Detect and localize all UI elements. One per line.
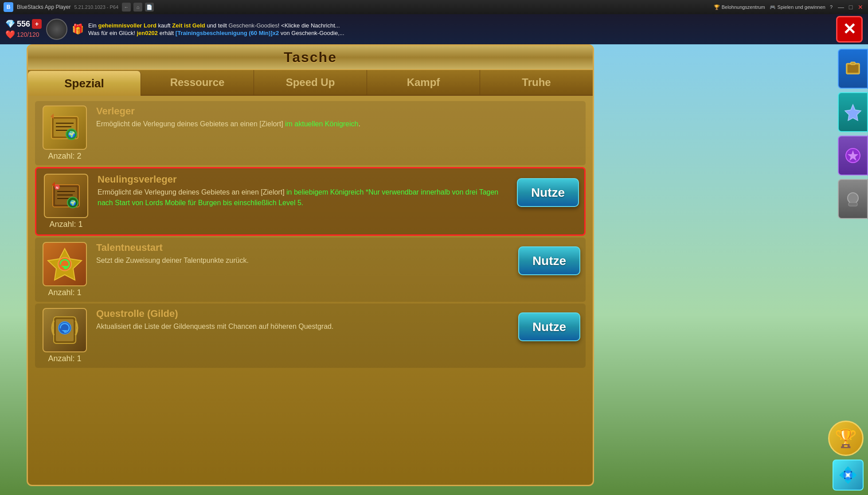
nutze-button-neuling[interactable]: Nutze [517, 178, 579, 207]
minimize-button[interactable]: — [837, 3, 845, 11]
questrolle-desc: Aktualisiert die Liste der Gildenquests … [96, 321, 511, 332]
tab-truhe[interactable]: Truhe [480, 70, 593, 95]
svg-point-31 [848, 193, 858, 203]
notification-text[interactable]: Ein geheimnisvoller Lord kauft Zeit ist … [88, 22, 832, 36]
item-talentneustart: Anzahl: 1 Talentneustart Setzt die Zuwei… [35, 238, 586, 302]
verleger-icon-container: 🌍 Anzahl: 2 [40, 105, 89, 161]
nutze-button-talent[interactable]: Nutze [518, 246, 580, 275]
questrolle-name: Questrolle (Gilde) [96, 308, 511, 320]
verleger-info: Verleger Ermöglicht die Verlegung deines… [96, 105, 580, 129]
tab-ressource[interactable]: Ressource [141, 70, 254, 95]
talentneustart-action: Nutze [518, 242, 580, 275]
item-neulingsverleger: 🌍 N Anzahl: 1 Neulingsverleger Ermöglich… [35, 167, 586, 236]
svg-rect-27 [851, 62, 855, 65]
item-verleger: 🌍 Anzahl: 2 Verleger Ermöglicht die Verl… [35, 101, 586, 165]
talentneustart-info: Talentneustart Setzt die Zuweisung deine… [96, 242, 511, 266]
neulingsverleger-action: Nutze [517, 174, 579, 207]
tab-spezial[interactable]: Spezial [28, 71, 141, 96]
questrolle-info: Questrolle (Gilde) Aktualisiert die List… [96, 308, 511, 332]
svg-rect-32 [848, 203, 857, 206]
talentneustart-icon-container: Anzahl: 1 [40, 242, 89, 297]
add-gem-button[interactable]: + [32, 19, 42, 29]
titlebar-right: 🏆 Belohnungszentrum 🎮 Spielen und gewinn… [714, 3, 864, 11]
nav-home-button[interactable]: ⌂ [133, 3, 142, 12]
help-menu[interactable]: ? [830, 4, 833, 10]
reward-center-menu[interactable]: 🏆 Belohnungszentrum [714, 4, 765, 10]
main-panel: Tasche Spezial Ressource Speed Up Kampf … [27, 44, 594, 486]
neulingsverleger-desc: Ermöglicht die Verlegung deines Gebietes… [98, 187, 510, 208]
notification-bar: 💎 556 + ❤️ 120/120 🎁 Ein geheimnisvoller… [0, 14, 868, 44]
nutze-button-quest[interactable]: Nutze [518, 312, 580, 341]
app-name: BlueStacks App Player [17, 4, 70, 10]
game-area: Tasche Spezial Ressource Speed Up Kampf … [0, 44, 868, 495]
neulingsverleger-count: Anzahl: 1 [49, 220, 82, 229]
neulingsverleger-icon: 🌍 N [44, 174, 88, 218]
sidebar-button-2[interactable] [838, 92, 868, 132]
sidebar-button-3[interactable] [838, 136, 868, 175]
hp-display: 💎 556 + ❤️ 120/120 [5, 19, 42, 39]
gift-icon: 🎁 [72, 23, 84, 35]
neulingsverleger-info: Neulingsverleger Ermöglicht die Verlegun… [98, 174, 510, 208]
notif-line2: Was für ein Glück! jen0202 erhält [Train… [88, 30, 832, 36]
bluestacks-logo: B [4, 2, 13, 12]
questrolle-count: Anzahl: 1 [48, 354, 81, 363]
verleger-count: Anzahl: 2 [48, 152, 81, 161]
app-version: 5.21.210.1023 - P64 [74, 4, 118, 10]
gem-count: 556 [17, 19, 30, 29]
hp-value: 120/120 [17, 31, 39, 38]
gem-icon: 💎 [5, 19, 15, 29]
titlebar-nav: ← ⌂ 📄 [122, 3, 154, 12]
tab-kampf[interactable]: Kampf [367, 70, 480, 95]
questrolle-icon [43, 308, 87, 352]
questrolle-icon-container: Anzahl: 1 [40, 308, 89, 363]
items-list: 🌍 Anzahl: 2 Verleger Ermöglicht die Verl… [28, 96, 593, 484]
panel-title: Tasche [284, 49, 337, 66]
svg-text:N: N [56, 186, 59, 190]
talentneustart-desc: Setzt die Zuweisung deiner Talentpunkte … [96, 255, 511, 266]
notif-close-button[interactable]: ✕ [836, 16, 863, 43]
notif-line1: Ein geheimnisvoller Lord kauft Zeit ist … [88, 22, 832, 29]
sidebar-button-4[interactable] [838, 179, 868, 219]
verleger-desc: Ermöglicht die Verlegung deines Gebietes… [96, 119, 580, 129]
svg-text:🌍: 🌍 [68, 131, 76, 138]
neulingsverleger-name: Neulingsverleger [98, 174, 510, 185]
questrolle-action: Nutze [518, 308, 580, 341]
neuling-row-content: 🌍 N Anzahl: 1 Neulingsverleger Ermöglich… [42, 174, 579, 229]
verleger-name: Verleger [96, 105, 580, 117]
window-controls: — □ ✕ [837, 3, 864, 11]
neulingsverleger-icon-container: 🌍 N Anzahl: 1 [42, 174, 90, 229]
talentneustart-name: Talentneustart [96, 242, 511, 253]
titlebar: B BlueStacks App Player 5.21.210.1023 - … [0, 0, 868, 14]
verleger-icon: 🌍 [43, 105, 87, 150]
tab-speedup[interactable]: Speed Up [254, 70, 367, 95]
talentneustart-count: Anzahl: 1 [48, 288, 81, 297]
svg-marker-28 [845, 105, 861, 121]
titlebar-left: B BlueStacks App Player 5.21.210.1023 - … [4, 2, 154, 12]
hp-row2: ❤️ 120/120 [5, 30, 42, 39]
svg-rect-26 [848, 65, 858, 73]
sidebar-button-1[interactable] [838, 49, 868, 89]
tabs-bar: Spezial Ressource Speed Up Kampf Truhe [28, 70, 593, 96]
avatar [46, 19, 67, 40]
heart-icon: ❤️ [5, 30, 15, 39]
talentneustart-icon [43, 242, 87, 286]
panel-title-bar: Tasche [28, 46, 593, 70]
right-sidebar [833, 44, 868, 495]
play-win-menu[interactable]: 🎮 Spielen und gewinnen [770, 4, 825, 10]
close-button[interactable]: ✕ [856, 3, 864, 11]
nav-back-button[interactable]: ← [122, 3, 131, 12]
svg-text:🌍: 🌍 [70, 199, 76, 206]
item-questrolle: Anzahl: 1 Questrolle (Gilde) Aktualisier… [35, 304, 586, 368]
hp-row1: 💎 556 + [5, 19, 42, 29]
nav-bookmark-button[interactable]: 📄 [145, 3, 154, 12]
maximize-button[interactable]: □ [847, 3, 855, 11]
